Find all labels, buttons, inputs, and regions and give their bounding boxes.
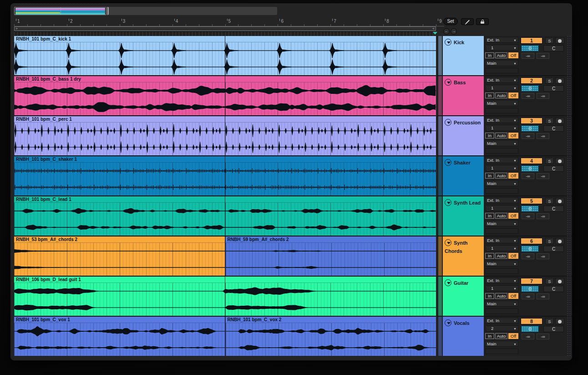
send-b-control[interactable]: -∞: [537, 334, 549, 339]
monitor-off-button[interactable]: Off: [508, 293, 518, 299]
monitor-off-button[interactable]: Off: [508, 333, 518, 339]
track-name-block[interactable]: Guitar: [443, 277, 484, 316]
track-activator-button[interactable]: 5: [521, 198, 542, 204]
audio-clip[interactable]: RNBH_59 bpm_A#_chords 2: [225, 236, 436, 276]
arm-record-button[interactable]: [555, 118, 564, 124]
monitor-off-button[interactable]: Off: [508, 173, 518, 179]
audio-clip[interactable]: RNBH_101 bpm_C_vox 1: [14, 317, 225, 356]
monitor-in-button[interactable]: In: [485, 92, 494, 98]
output-channel-box[interactable]: [485, 228, 518, 234]
nudge-forward-button[interactable]: →: [451, 28, 457, 35]
output-select[interactable]: Main▼: [485, 140, 518, 146]
monitor-in-button[interactable]: In: [485, 213, 494, 219]
input-channel-select[interactable]: 1▼: [485, 165, 518, 171]
output-select[interactable]: Main▼: [485, 341, 518, 347]
output-select[interactable]: Main▼: [485, 60, 518, 66]
input-channel-select[interactable]: 1▼: [485, 245, 518, 251]
input-type-select[interactable]: Ext. In▼: [485, 37, 518, 43]
track-name-block[interactable]: Shaker: [443, 156, 484, 195]
monitor-in-button[interactable]: In: [485, 293, 494, 299]
pan-control[interactable]: C: [543, 205, 564, 212]
set-locator-button[interactable]: Set: [443, 18, 458, 25]
overview-resize-handle[interactable]: [107, 7, 109, 15]
solo-button[interactable]: S: [545, 278, 554, 284]
pan-control[interactable]: C: [543, 165, 564, 172]
solo-button[interactable]: S: [545, 198, 554, 204]
monitor-in-button[interactable]: In: [485, 52, 494, 58]
monitor-auto-button[interactable]: Auto: [495, 133, 507, 139]
input-type-select[interactable]: Ext. In▼: [485, 318, 518, 324]
monitor-off-button[interactable]: Off: [508, 133, 518, 139]
arm-record-button[interactable]: [555, 37, 564, 44]
arm-record-button[interactable]: [555, 77, 564, 84]
volume-slider[interactable]: 0: [521, 246, 539, 252]
output-channel-box[interactable]: [485, 148, 518, 154]
arm-record-button[interactable]: [555, 278, 564, 284]
monitor-auto-button[interactable]: Auto: [495, 333, 507, 339]
send-a-control[interactable]: -∞: [522, 53, 534, 59]
draw-mode-button[interactable]: [461, 18, 474, 25]
input-type-select[interactable]: Ext. In▼: [485, 197, 518, 203]
loop-brace[interactable]: > <: [14, 26, 436, 31]
input-channel-select[interactable]: 1▼: [485, 85, 518, 91]
volume-slider[interactable]: 0: [521, 125, 539, 132]
output-select[interactable]: Main▼: [485, 100, 518, 106]
monitor-in-button[interactable]: In: [485, 253, 494, 259]
track-fold-button[interactable]: [445, 279, 451, 286]
pan-control[interactable]: C: [543, 286, 564, 292]
output-channel-box[interactable]: [485, 188, 518, 194]
audio-clip[interactable]: RNBH_53 bpm_A#_chords 2: [14, 236, 225, 276]
monitor-auto-button[interactable]: Auto: [495, 92, 507, 98]
track-name-block[interactable]: Synth Chords: [443, 236, 484, 276]
nudge-back-button[interactable]: ←: [443, 28, 450, 35]
send-a-control[interactable]: -∞: [522, 93, 534, 99]
input-channel-select[interactable]: 1▼: [485, 125, 518, 131]
lock-envelopes-button[interactable]: [476, 18, 489, 25]
send-b-control[interactable]: -∞: [537, 253, 549, 259]
track-fold-button[interactable]: [445, 159, 451, 166]
monitor-in-button[interactable]: In: [485, 133, 494, 139]
monitor-auto-button[interactable]: Auto: [495, 293, 507, 299]
scrub-area[interactable]: [14, 31, 436, 36]
monitor-auto-button[interactable]: Auto: [495, 52, 507, 58]
track-activator-button[interactable]: 6: [521, 238, 542, 244]
monitor-in-button[interactable]: In: [485, 333, 494, 339]
arm-record-button[interactable]: [555, 238, 564, 244]
input-type-select[interactable]: Ext. In▼: [485, 277, 518, 283]
send-b-control[interactable]: -∞: [537, 133, 549, 139]
send-a-control[interactable]: -∞: [522, 334, 534, 339]
output-channel-box[interactable]: [485, 68, 518, 73]
track-name-block[interactable]: Bass: [443, 76, 484, 115]
input-channel-select[interactable]: 1▼: [485, 45, 518, 51]
output-select[interactable]: Main▼: [485, 221, 518, 226]
output-channel-box[interactable]: [485, 308, 518, 314]
pan-control[interactable]: C: [543, 85, 564, 92]
monitor-auto-button[interactable]: Auto: [495, 213, 507, 219]
solo-button[interactable]: S: [545, 158, 554, 164]
send-a-control[interactable]: -∞: [522, 253, 534, 259]
send-a-control[interactable]: -∞: [522, 213, 534, 219]
track-activator-button[interactable]: 2: [521, 77, 542, 84]
arrangement-end-marker-icon[interactable]: [433, 32, 437, 35]
track-activator-button[interactable]: 1: [521, 37, 542, 44]
volume-slider[interactable]: 0: [521, 326, 539, 332]
monitor-off-button[interactable]: Off: [508, 253, 518, 259]
output-select[interactable]: Main▼: [485, 301, 518, 307]
solo-button[interactable]: S: [545, 238, 554, 244]
track-name-block[interactable]: Synth Lead: [443, 196, 484, 236]
output-select[interactable]: Main▼: [485, 261, 518, 267]
output-channel-box[interactable]: [485, 349, 518, 354]
input-type-select[interactable]: Ext. In▼: [485, 157, 518, 163]
monitor-off-button[interactable]: Off: [508, 213, 518, 219]
monitor-in-button[interactable]: In: [485, 173, 494, 179]
input-type-select[interactable]: Ext. In▼: [485, 77, 518, 83]
monitor-off-button[interactable]: Off: [508, 92, 518, 98]
solo-button[interactable]: S: [545, 318, 554, 324]
solo-button[interactable]: S: [545, 77, 554, 84]
time-ruler[interactable]: 123456789: [14, 17, 444, 26]
audio-clip[interactable]: RNBH_101 bpm_C_vox 2: [225, 317, 436, 356]
output-channel-box[interactable]: [485, 268, 518, 274]
track-activator-button[interactable]: 7: [521, 278, 542, 284]
input-type-select[interactable]: Ext. In▼: [485, 117, 518, 123]
send-b-control[interactable]: -∞: [537, 53, 549, 59]
